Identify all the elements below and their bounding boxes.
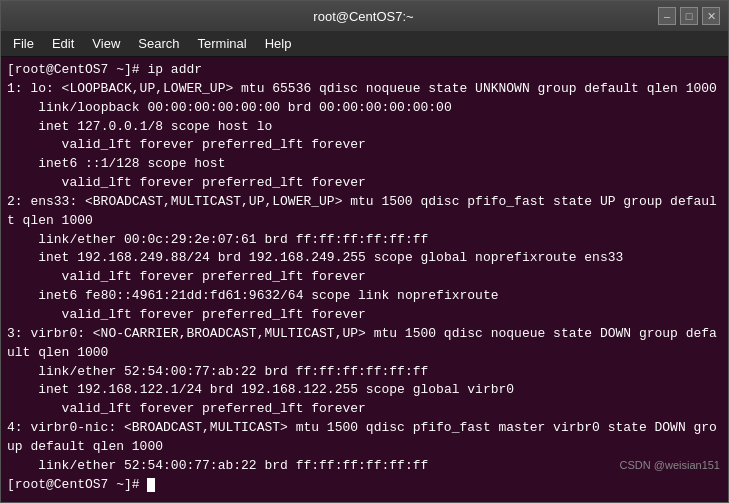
menu-help[interactable]: Help (257, 34, 300, 53)
menu-terminal[interactable]: Terminal (190, 34, 255, 53)
watermark: CSDN @weisian151 (620, 458, 720, 474)
terminal-output: [root@CentOS7 ~]# ip addr 1: lo: <LOOPBA… (7, 61, 722, 494)
window-title: root@CentOS7:~ (69, 9, 658, 24)
terminal-cursor (147, 478, 155, 492)
menu-search[interactable]: Search (130, 34, 187, 53)
menu-bar: File Edit View Search Terminal Help (1, 31, 728, 57)
terminal-body[interactable]: [root@CentOS7 ~]# ip addr 1: lo: <LOOPBA… (1, 57, 728, 502)
title-bar: root@CentOS7:~ – □ ✕ (1, 1, 728, 31)
window-controls: – □ ✕ (658, 7, 720, 25)
maximize-button[interactable]: □ (680, 7, 698, 25)
menu-file[interactable]: File (5, 34, 42, 53)
menu-edit[interactable]: Edit (44, 34, 82, 53)
menu-view[interactable]: View (84, 34, 128, 53)
terminal-window: root@CentOS7:~ – □ ✕ File Edit View Sear… (0, 0, 729, 503)
close-button[interactable]: ✕ (702, 7, 720, 25)
minimize-button[interactable]: – (658, 7, 676, 25)
